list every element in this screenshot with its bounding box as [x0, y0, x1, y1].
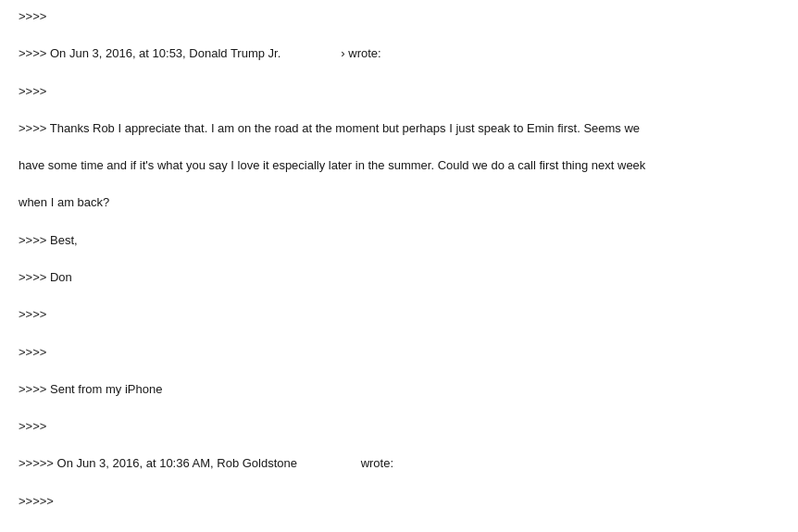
email-line: >>>> [19, 305, 779, 324]
email-line: >>>> Thanks Rob I appreciate that. I am … [19, 119, 779, 138]
email-line: >>>> [19, 343, 779, 362]
email-line: when I am back? [19, 193, 779, 212]
email-body: >>>>>>>> On Jun 3, 2016, at 10:53, Donal… [0, 0, 798, 532]
email-line: >>>> Don [19, 268, 779, 287]
email-line: >>>> [19, 7, 779, 26]
email-line: >>>> [19, 82, 779, 101]
email-line: >>>> Sent from my iPhone [19, 380, 779, 399]
email-line: >>>> On Jun 3, 2016, at 10:53, Donald Tr… [19, 44, 779, 63]
email-line: >>>>> On Jun 3, 2016, at 10:36 AM, Rob G… [19, 454, 779, 473]
email-line: >>>> Best, [19, 231, 779, 250]
email-line: have some time and if it's what you say … [19, 156, 779, 175]
email-line: >>>> [19, 417, 779, 436]
email-line: >>>>> [19, 492, 779, 511]
